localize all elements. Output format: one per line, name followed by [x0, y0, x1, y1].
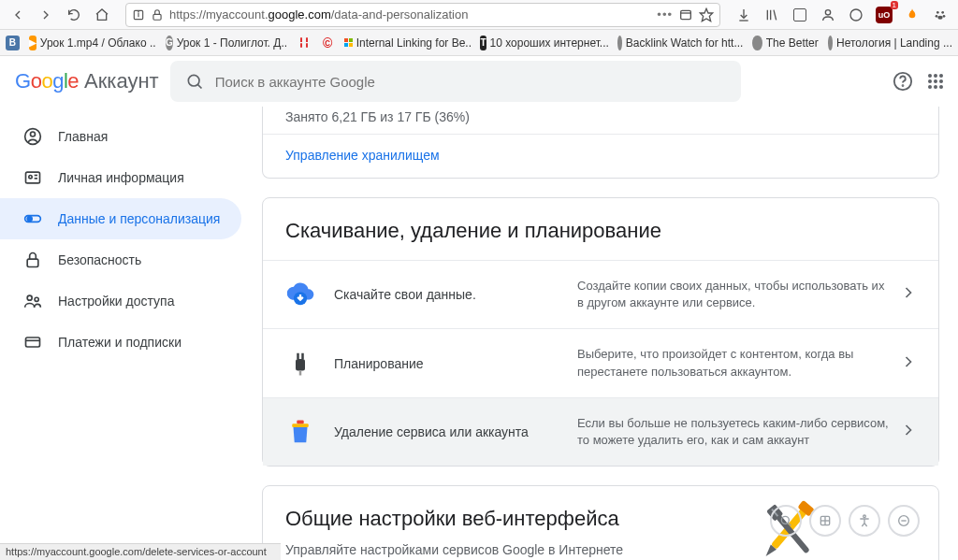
nav-label: Платежи и подписки: [58, 335, 181, 350]
svg-point-11: [825, 9, 830, 14]
web-settings-card: Общие настройки веб-интерфейса Управляйт…: [262, 485, 939, 560]
bookmark-star-icon[interactable]: [699, 7, 714, 22]
user-circle-icon: [22, 126, 43, 147]
svg-point-21: [903, 85, 904, 86]
help-icon[interactable]: [893, 71, 913, 92]
plug-icon: [283, 347, 317, 381]
svg-point-18: [188, 75, 199, 86]
svg-point-25: [29, 176, 32, 179]
download-delete-card: Скачивание, удаление и планирование Скач…: [262, 197, 939, 467]
card-title: Скачивание, удаление и планирование: [263, 198, 938, 260]
svg-point-32: [35, 297, 38, 301]
nav-label: Личная информация: [58, 170, 184, 185]
url-text: https://myaccount.google.com/data-and-pe…: [169, 7, 468, 22]
storage-manage-link[interactable]: Управление хранилищем: [263, 135, 938, 178]
sidebar-toggle-icon[interactable]: [788, 3, 812, 27]
svg-rect-24: [26, 172, 40, 183]
row-planning[interactable]: Планирование Выберите, что произойдет с …: [263, 328, 938, 396]
more-icon[interactable]: •••: [657, 7, 673, 22]
svg-rect-40: [297, 420, 304, 424]
row-delete-service[interactable]: Удаление сервиса или аккаунта Если вы бо…: [263, 397, 938, 466]
extension-generic-icon[interactable]: [844, 3, 868, 27]
svg-rect-3: [153, 14, 161, 20]
bookmark-item[interactable]: The Better: [752, 36, 818, 50]
bookmark-item[interactable]: Backlink Watch for htt...: [617, 36, 744, 50]
bookmarks-bar: B ▶Урок 1.mp4 / Облако ... GУрок 1 - Пол…: [0, 30, 958, 56]
nav-home[interactable]: Главная: [0, 116, 241, 157]
id-card-icon: [22, 167, 43, 188]
reader-icon[interactable]: [678, 7, 693, 22]
bookmark-item[interactable]: Internal Linking for Be...: [344, 36, 472, 50]
search-setting-icon: [770, 505, 802, 537]
profile-icon[interactable]: [816, 3, 840, 27]
svg-point-13: [936, 11, 939, 14]
bookmark-item[interactable]: ▶Урок 1.mp4 / Облако ...: [29, 36, 156, 50]
google-account-logo[interactable]: Google Аккаунт: [15, 69, 159, 93]
downloads-icon[interactable]: [732, 3, 756, 27]
bookmark-item[interactable]: ╏╏: [298, 36, 312, 50]
svg-point-2: [138, 11, 139, 12]
lock-icon: [151, 8, 164, 22]
ublock-icon[interactable]: uO 1: [872, 3, 896, 27]
reload-button[interactable]: [62, 3, 86, 27]
row-download-data[interactable]: Скачайте свои данные. Создайте копии сво…: [263, 260, 938, 328]
nav-data-personalization[interactable]: Данные и персонализация: [0, 198, 241, 239]
svg-point-23: [31, 132, 36, 136]
card-icon: [22, 332, 43, 352]
nav-label: Главная: [58, 129, 108, 144]
chevron-right-icon: [899, 352, 918, 375]
language-setting-icon: [809, 505, 841, 537]
svg-rect-36: [296, 359, 305, 371]
row-description: Выберите, что произойдет с контентом, ко…: [577, 346, 899, 380]
chevron-right-icon: [899, 283, 918, 306]
svg-line-48: [788, 523, 791, 525]
bookmark-item[interactable]: GУрок 1 - Полиглот. Д...: [166, 36, 288, 50]
svg-point-52: [864, 515, 866, 518]
svg-marker-6: [700, 8, 712, 21]
main-content: Занято 6,21 ГБ из 17 ГБ (36%) Управление…: [253, 107, 958, 560]
url-bar[interactable]: https://myaccount.google.com/data-and-pe…: [125, 3, 720, 27]
paw-icon[interactable]: [928, 3, 952, 27]
bookmark-item[interactable]: Нетология | Landing ...: [828, 36, 952, 50]
nav-payments[interactable]: Платежи и подписки: [0, 322, 241, 363]
chevron-right-icon: [899, 421, 918, 443]
toggle-icon: [22, 208, 43, 229]
input-setting-icon: [888, 505, 920, 537]
row-title: Планирование: [334, 356, 577, 371]
nav-sharing[interactable]: Настройки доступа: [0, 280, 241, 322]
apps-grid-icon[interactable]: [928, 74, 943, 89]
svg-point-15: [936, 15, 938, 18]
people-icon: [22, 291, 43, 311]
accessibility-setting-icon: [849, 505, 880, 537]
svg-line-19: [197, 84, 201, 88]
storage-usage-text: Занято 6,21 ГБ из 17 ГБ (36%): [263, 109, 938, 134]
browser-toolbar: https://myaccount.google.com/data-and-pe…: [0, 0, 958, 30]
search-input[interactable]: [215, 74, 726, 90]
forward-button[interactable]: [34, 3, 58, 27]
trash-can-icon: [283, 415, 317, 449]
svg-point-31: [27, 295, 32, 300]
svg-rect-39: [292, 424, 309, 427]
svg-point-12: [850, 9, 862, 21]
home-button[interactable]: [90, 3, 114, 27]
row-title: Удаление сервиса или аккаунта: [334, 424, 577, 439]
bookmark-item[interactable]: ©: [321, 36, 335, 50]
account-search[interactable]: [170, 61, 741, 102]
lock-icon: [22, 250, 43, 270]
fire-icon[interactable]: [900, 3, 924, 27]
svg-point-16: [943, 15, 946, 18]
library-icon[interactable]: [760, 3, 784, 27]
row-title: Скачайте свои данные.: [334, 287, 577, 302]
svg-rect-4: [681, 10, 691, 19]
back-button[interactable]: [6, 3, 30, 27]
svg-rect-30: [27, 259, 38, 266]
bookmark-item[interactable]: T10 хороших интернет...: [480, 36, 607, 50]
row-description: Если вы больше не пользуетесь каким-либо…: [577, 415, 899, 449]
nav-security[interactable]: Безопасность: [0, 239, 241, 280]
svg-rect-33: [26, 337, 40, 347]
nav-label: Настройки доступа: [58, 294, 174, 309]
bookmark-item[interactable]: B: [6, 36, 20, 50]
search-icon: [185, 72, 204, 91]
nav-personal-info[interactable]: Личная информация: [0, 157, 241, 198]
status-bar: https://myaccount.google.com/delete-serv…: [0, 543, 281, 560]
